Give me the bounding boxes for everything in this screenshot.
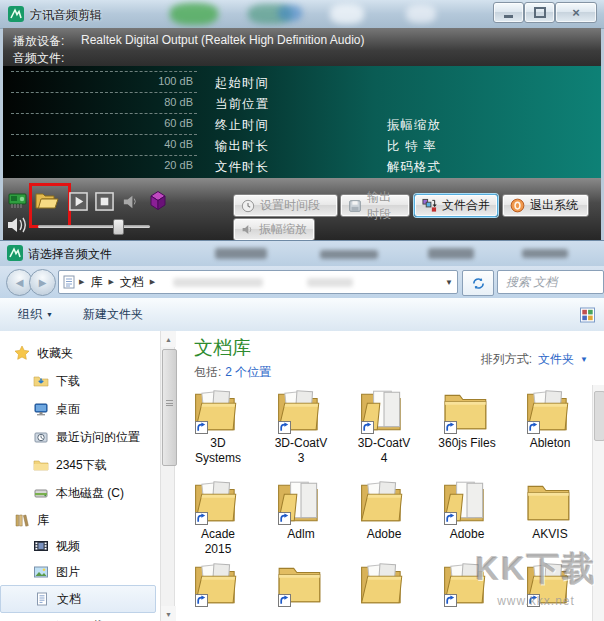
change-view-button[interactable] <box>579 307 596 323</box>
refresh-button[interactable] <box>462 270 494 296</box>
minimize-icon <box>504 15 513 18</box>
volume-slider-thumb[interactable] <box>113 219 124 235</box>
forward-button[interactable]: ▶ <box>29 269 56 296</box>
folder-item-360js Files[interactable]: 360js Files <box>427 387 507 451</box>
folder-icon <box>33 457 49 473</box>
folder-item-3D Systems[interactable]: 3DSystems <box>178 387 258 466</box>
floppy-icon <box>348 199 362 213</box>
open-folder-icon[interactable] <box>35 191 59 210</box>
sidebar-item-下载[interactable]: 下载 <box>0 367 160 395</box>
breadcrumb-separator: ▶ <box>79 278 84 286</box>
locations-link[interactable]: 2 个位置 <box>225 365 271 379</box>
sidebar-item-视频[interactable]: 视频 <box>0 533 160 559</box>
book-icon[interactable] <box>147 190 169 211</box>
shortcut-arrow-icon <box>195 594 208 607</box>
folder-item[interactable] <box>427 560 507 609</box>
sidebar-item-文档[interactable]: 文档 <box>0 585 156 613</box>
shortcut-arrow-icon <box>444 594 457 607</box>
folder-item[interactable] <box>261 560 341 609</box>
sidebar-item-迅雷下载[interactable]: 迅雷下载 <box>0 613 160 621</box>
folder-item-Adobe[interactable]: Adobe <box>427 478 507 542</box>
address-dropdown-icon[interactable]: ▼ <box>445 278 453 287</box>
folder-item-3D-CoatV4[interactable]: 3D-CoatV4 <box>344 387 424 466</box>
sidebar-item-label: 桌面 <box>56 401 80 418</box>
sidebar-item-2345下载[interactable]: 2345下载 <box>0 451 160 479</box>
set-time-range-button[interactable]: 设置时间段 <box>233 194 338 217</box>
folder-icon <box>193 478 243 526</box>
sidebar-item-收藏夹[interactable]: 收藏夹 <box>0 339 160 367</box>
speaker-icon[interactable] <box>121 192 140 211</box>
maximize-button[interactable] <box>524 2 555 23</box>
folder-item[interactable] <box>344 560 424 609</box>
sidebar-item-图片[interactable]: 图片 <box>0 559 160 585</box>
minimize-button[interactable] <box>493 2 524 23</box>
breadcrumb-separator: ▶ <box>150 278 155 286</box>
scroll-down-icon[interactable]: ▼ <box>161 606 176 621</box>
folder-name: AKVIS <box>510 527 590 542</box>
volume-icon[interactable] <box>7 216 29 234</box>
breadcrumb-libraries[interactable]: 库 <box>88 274 104 291</box>
scroll-up-icon[interactable]: ▲ <box>161 331 176 347</box>
scrollbar-thumb[interactable] <box>594 391 604 441</box>
shortcut-arrow-icon <box>527 594 540 607</box>
arrange-by-control[interactable]: 排列方式: 文件夹 ▼ <box>481 351 588 368</box>
shortcut-arrow-icon <box>278 512 291 525</box>
library-includes: 包括:2 个位置 <box>194 364 271 381</box>
sidebar-item-库[interactable]: 库 <box>0 507 160 533</box>
shortcut-arrow-icon <box>527 421 540 434</box>
breadcrumb-documents[interactable]: 文档 <box>118 274 146 291</box>
folder-icon <box>276 387 326 435</box>
address-bar[interactable]: ▶ 库 ▶ 文档 ▶ ▼ <box>58 270 458 294</box>
shortcut-arrow-icon <box>195 512 208 525</box>
amplitude-zoom-button[interactable]: 振幅缩放 <box>233 218 315 241</box>
background-blur <box>428 248 474 259</box>
search-placeholder: 搜索 文档 <box>506 274 557 291</box>
folder-item[interactable] <box>510 560 590 609</box>
amplitude-zoom-label: 振幅缩放 <box>259 221 307 238</box>
organize-button[interactable]: 组织 ▼ <box>10 302 61 327</box>
breadcrumb-separator: ▶ <box>108 278 113 286</box>
sidebar-item-桌面[interactable]: 桌面 <box>0 395 160 423</box>
volume-slider-track[interactable] <box>38 225 150 228</box>
sidebar-item-label: 文档 <box>57 591 81 608</box>
stop-icon[interactable] <box>95 192 114 211</box>
output-period-button[interactable]: 输出时段 <box>340 194 410 217</box>
exit-zero-icon <box>510 198 525 213</box>
waveform-display[interactable]: 100 dB起始时间80 dB当前位置60 dB终止时间40 dB输出时长20 … <box>3 66 601 178</box>
new-folder-label: 新建文件夹 <box>83 306 143 323</box>
exit-system-button[interactable]: 退出系统 <box>502 194 589 217</box>
search-input[interactable]: 搜索 文档 <box>497 270 604 294</box>
close-button[interactable]: × <box>555 2 597 23</box>
soundcard-icon[interactable] <box>8 190 29 210</box>
folder-item-Adlm[interactable]: Adlm <box>261 478 341 542</box>
folder-item-Acade 2015[interactable]: Acade2015 <box>178 478 258 557</box>
audio-toolbar: 设置时间段 输出时段 文件合并 退出系统 振幅缩放 <box>3 178 601 240</box>
folder-name: 3D-CoatV3 <box>261 436 341 466</box>
background-blur <box>278 5 302 21</box>
screen: { "audio_window": { "title": "方讯音频剪辑", "… <box>0 0 604 621</box>
folder-item-3D-CoatV3[interactable]: 3D-CoatV3 <box>261 387 341 466</box>
folder-icon <box>359 387 409 435</box>
folder-item-AKVIS[interactable]: AKVIS <box>510 478 590 542</box>
sidebar-scrollbar[interactable]: ▲ ▼ <box>160 331 175 621</box>
grid-dashline <box>11 92 197 93</box>
close-icon: × <box>572 6 580 19</box>
audio-editor-window: 方讯音频剪辑 × 播放设备: Realtek Digital Output (R… <box>0 0 604 240</box>
merge-files-button[interactable]: 文件合并 <box>414 194 498 217</box>
folder-item[interactable] <box>178 560 258 609</box>
background-blur <box>330 4 364 24</box>
sidebar-item-label: 下载 <box>56 373 80 390</box>
background-blur <box>320 250 378 259</box>
background-blur <box>307 278 353 287</box>
play-icon[interactable] <box>69 192 88 211</box>
sidebar-item-label: 库 <box>37 512 49 529</box>
sidebar-item-本地磁盘 (C)[interactable]: 本地磁盘 (C) <box>0 479 160 507</box>
sidebar-item-最近访问的位置[interactable]: 最近访问的位置 <box>0 423 160 451</box>
shortcut-arrow-icon <box>278 594 291 607</box>
set-time-range-label: 设置时间段 <box>260 197 320 214</box>
filelist-scrollbar[interactable] <box>592 385 604 621</box>
new-folder-button[interactable]: 新建文件夹 <box>75 302 151 327</box>
folder-item-Adobe[interactable]: Adobe <box>344 478 424 542</box>
folder-item-Ableton[interactable]: Ableton <box>510 387 590 451</box>
sidebar-item-label: 收藏夹 <box>37 345 73 362</box>
